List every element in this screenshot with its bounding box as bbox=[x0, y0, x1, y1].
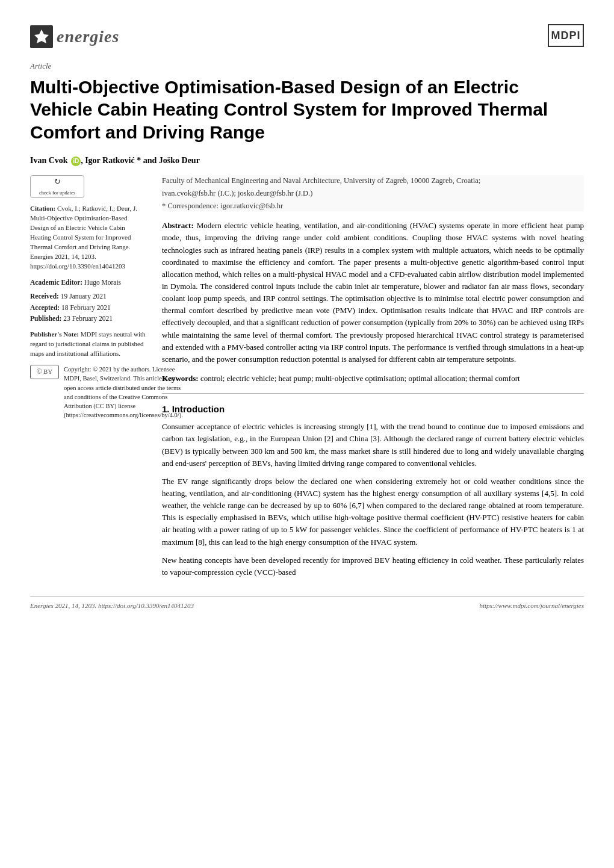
two-column-layout: ↻ check for updates Citation: Cvok, I.; … bbox=[30, 175, 584, 584]
by-label: BY bbox=[43, 367, 52, 377]
published-line: Published: 23 February 2021 bbox=[30, 313, 147, 324]
abstract-label: Abstract: bbox=[162, 221, 194, 230]
right-main-content: Faculty of Mechanical Engineering and Na… bbox=[162, 175, 584, 584]
article-title: Multi-Objective Optimisation-Based Desig… bbox=[30, 76, 584, 144]
mdpi-logo: MDPI bbox=[548, 24, 584, 47]
section-divider bbox=[162, 393, 584, 394]
citation-text: Cvok, I.; Ratković, I.; Deur, J. Multi-O… bbox=[30, 205, 137, 270]
citation-box: Citation: Cvok, I.; Ratković, I.; Deur, … bbox=[30, 204, 147, 271]
update-icon: ↻ bbox=[54, 176, 61, 188]
author-names: Ivan Cvok iD, Igor Ratković * and Joško … bbox=[30, 154, 200, 167]
section1-heading: 1. Introduction bbox=[162, 402, 584, 416]
received-date: 19 January 2021 bbox=[61, 293, 107, 300]
abstract-paragraph: Abstract: Modern electric vehicle heatin… bbox=[162, 220, 584, 365]
correspondence-line: * Correspondence: igor.ratkovic@fsb.hr bbox=[162, 200, 584, 212]
keywords-text: control; electric vehicle; heat pump; mu… bbox=[200, 374, 520, 383]
section1-para1: Consumer acceptance of electric vehicles… bbox=[162, 421, 584, 470]
accepted-label: Accepted: bbox=[30, 304, 60, 311]
received-label: Received: bbox=[30, 293, 59, 300]
authors-line: Ivan Cvok iD, Igor Ratković * and Joško … bbox=[30, 154, 584, 167]
footer-left: Energies 2021, 14, 1203. https://doi.org… bbox=[30, 601, 194, 611]
cc-icon: © bbox=[37, 367, 42, 377]
publisher-note-label: Publisher's Note: bbox=[30, 330, 79, 338]
abstract-section: Abstract: Modern electric vehicle heatin… bbox=[162, 220, 584, 365]
left-sidebar: ↻ check for updates Citation: Cvok, I.; … bbox=[30, 175, 147, 584]
energies-logo-icon bbox=[30, 25, 53, 48]
journal-name: energies bbox=[57, 24, 119, 49]
keywords-label: Keywords: bbox=[162, 374, 199, 383]
affiliation-line1: Faculty of Mechanical Engineering and Na… bbox=[162, 175, 584, 187]
cc-badge: © BY bbox=[30, 365, 59, 379]
academic-editor-name: Hugo Morais bbox=[84, 279, 121, 286]
check-updates-label: check for updates bbox=[39, 189, 75, 196]
page-footer: Energies 2021, 14, 1203. https://doi.org… bbox=[30, 597, 584, 611]
keywords-paragraph: Keywords: control; electric vehicle; hea… bbox=[162, 373, 584, 385]
article-type-label: Article bbox=[30, 60, 584, 72]
header: energies MDPI bbox=[30, 24, 584, 49]
affiliation-line2: ivan.cvok@fsb.hr (I.C.); josko.deur@fsb.… bbox=[162, 188, 584, 199]
accepted-line: Accepted: 18 February 2021 bbox=[30, 302, 147, 313]
svg-marker-0 bbox=[34, 29, 49, 43]
accepted-date: 18 February 2021 bbox=[61, 304, 111, 311]
logo-area: energies bbox=[30, 24, 119, 49]
page: energies MDPI Article Multi-Objective Op… bbox=[0, 0, 614, 868]
citation-label: Citation: bbox=[30, 205, 55, 212]
abstract-text: Modern electric vehicle heating, ventila… bbox=[162, 221, 584, 364]
publisher-note: Publisher's Note: MDPI stays neutral wit… bbox=[30, 330, 147, 359]
footer-right: https://www.mdpi.com/journal/energies bbox=[479, 601, 584, 611]
section1-para2: The EV range significantly drops below t… bbox=[162, 476, 584, 548]
keywords-section: Keywords: control; electric vehicle; hea… bbox=[162, 373, 584, 385]
academic-editor-line: Academic Editor: Hugo Morais bbox=[30, 277, 147, 288]
published-label: Published: bbox=[30, 315, 61, 322]
orcid-icon[interactable]: iD bbox=[71, 157, 81, 166]
published-date: 23 February 2021 bbox=[63, 315, 113, 322]
dates-section: Received: 19 January 2021 Accepted: 18 F… bbox=[30, 291, 147, 324]
academic-editor-label: Academic Editor: bbox=[30, 279, 82, 286]
affiliation-box: Faculty of Mechanical Engineering and Na… bbox=[162, 175, 584, 211]
cc-license-area: © BY Copyright: © 2021 by the authors. L… bbox=[30, 365, 147, 420]
check-for-updates-badge[interactable]: ↻ check for updates bbox=[30, 175, 84, 198]
section1-para3: New heating concepts have been developed… bbox=[162, 554, 584, 578]
received-line: Received: 19 January 2021 bbox=[30, 291, 147, 302]
